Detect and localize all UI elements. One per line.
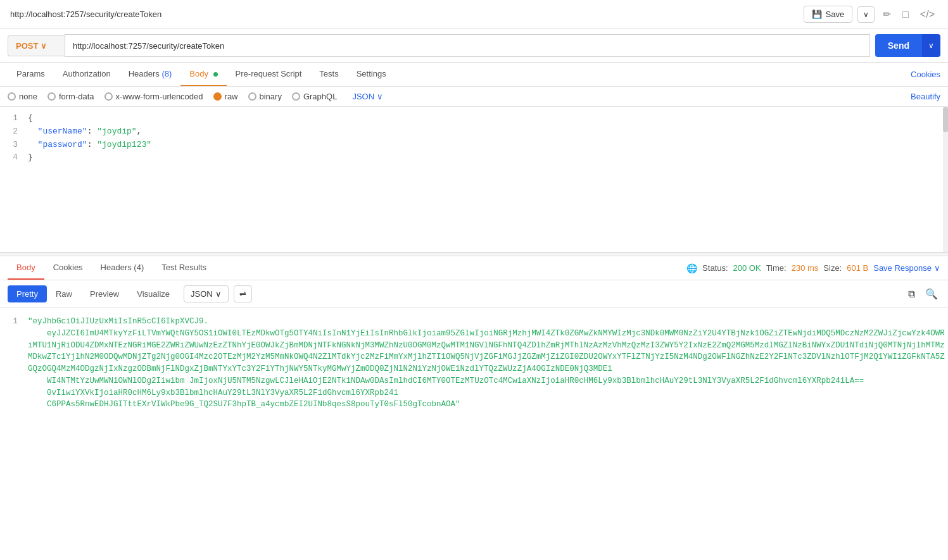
size-value: 601 B	[847, 263, 868, 273]
resp-tab-raw[interactable]: Raw	[47, 285, 81, 302]
response-body: 1 "eyJhbGciOiJIUzUxMiIsInR5cCI6IkpXVCJ9.…	[0, 308, 948, 418]
top-bar: http://localhost:7257/security/createTok…	[0, 0, 948, 29]
send-chevron-icon: ∨	[928, 41, 934, 50]
save-caret-button[interactable]: ∨	[857, 6, 875, 23]
resp-tab-visualize[interactable]: Visualize	[128, 285, 179, 302]
radio-urlencoded	[104, 92, 113, 101]
request-tabs-row: Params Authorization Headers (8) Body Pr…	[0, 63, 948, 87]
format-binary[interactable]: binary	[248, 92, 282, 101]
response-right-icons: ⧉ 🔍	[906, 285, 940, 302]
cookies-link: Cookies	[911, 70, 940, 79]
resp-json-caret: ∨	[215, 289, 222, 299]
code-line-1: 1 {	[0, 112, 948, 125]
response-line-1: 1 "eyJhbGciOiJIUzUxMiIsInR5cCI6IkpXVCJ9.…	[0, 316, 948, 411]
response-json-dropdown[interactable]: JSON ∨	[184, 285, 229, 302]
tab-headers[interactable]: Headers (8)	[120, 63, 181, 86]
code-icon: </>	[920, 9, 935, 20]
save-button[interactable]: 💾 Save	[804, 6, 853, 23]
format-form-data[interactable]: form-data	[47, 92, 94, 101]
send-button[interactable]: Send	[875, 34, 922, 57]
response-tab-cookies[interactable]: Cookies	[44, 256, 92, 280]
radio-graphql	[292, 92, 300, 101]
resp-tab-pretty[interactable]: Pretty	[8, 285, 47, 302]
tab-tests[interactable]: Tests	[310, 63, 347, 86]
copy-response-button[interactable]: ⧉	[906, 286, 918, 302]
radio-binary	[248, 92, 256, 101]
resp-tab-preview[interactable]: Preview	[81, 285, 128, 302]
response-format-row: Pretty Raw Preview Visualize JSON ∨ ⇌ ⧉ …	[0, 280, 948, 308]
body-format-row: none form-data x-www-form-urlencoded raw…	[0, 87, 948, 107]
url-value: http://localhost:7257/security/createTok…	[73, 41, 224, 51]
response-meta: 🌐 Status: 200 OK Time: 230 ms Size: 601 …	[686, 263, 940, 273]
response-wrap-button[interactable]: ⇌	[234, 285, 252, 302]
tab-prerequest[interactable]: Pre-request Script	[227, 63, 311, 86]
radio-none	[8, 92, 16, 101]
radio-raw	[213, 92, 222, 101]
response-tab-test-results[interactable]: Test Results	[153, 256, 215, 280]
window-icon: □	[902, 9, 909, 20]
time-label: Time:	[766, 263, 787, 273]
time-value: 230 ms	[792, 263, 819, 273]
chevron-down-icon: ∨	[863, 10, 869, 19]
save-label: Save	[826, 9, 845, 19]
code-editor[interactable]: 1 { 2 "userName": "joydip", 3 "password"…	[0, 107, 948, 252]
top-bar-actions: 💾 Save ∨ ✏ □ </>	[804, 5, 938, 23]
radio-form-data	[47, 92, 56, 101]
code-line-3: 3 "password": "joydip123"	[0, 139, 948, 152]
copy-icon: ⧉	[908, 289, 915, 299]
search-icon: 🔍	[925, 289, 938, 299]
save-icon: 💾	[812, 9, 822, 19]
format-graphql[interactable]: GraphQL	[292, 92, 337, 101]
method-label: POST	[16, 41, 38, 51]
wrap-icon: ⇌	[239, 289, 246, 299]
tab-authorization[interactable]: Authorization	[54, 63, 120, 86]
code-line-4: 4 }	[0, 151, 948, 165]
size-label: Size:	[823, 263, 842, 273]
tab-settings[interactable]: Settings	[348, 63, 395, 86]
response-tab-body[interactable]: Body	[8, 256, 44, 280]
code-line-2: 2 "userName": "joydip",	[0, 125, 948, 139]
editor-scrollbar[interactable]	[943, 107, 948, 252]
beautify-button[interactable]: Beautify	[911, 92, 940, 101]
save-response-button[interactable]: Save Response ∨	[873, 263, 940, 273]
status-value: 200 OK	[733, 263, 761, 273]
search-response-button[interactable]: 🔍	[923, 285, 940, 302]
method-caret: ∨	[41, 41, 47, 51]
url-input[interactable]: http://localhost:7257/security/createTok…	[65, 34, 870, 57]
tab-body[interactable]: Body	[180, 63, 226, 86]
format-none[interactable]: none	[8, 92, 37, 101]
json-caret-icon: ∨	[377, 92, 383, 101]
response-tab-headers[interactable]: Headers (4)	[92, 256, 153, 280]
globe-icon: 🌐	[686, 263, 697, 273]
request-line: POST ∨ http://localhost:7257/security/cr…	[0, 29, 948, 63]
top-bar-url: http://localhost:7257/security/createTok…	[10, 9, 161, 19]
pencil-icon: ✏	[883, 9, 891, 20]
tab-params[interactable]: Params	[8, 63, 54, 86]
edit-icon-button[interactable]: ✏	[880, 5, 894, 23]
save-response-caret: ∨	[934, 263, 940, 273]
json-type-dropdown[interactable]: JSON ∨	[352, 92, 383, 101]
send-button-group: Send ∨	[875, 34, 940, 57]
format-urlencoded[interactable]: x-www-form-urlencoded	[104, 92, 203, 101]
editor-scrollbar-thumb	[943, 107, 948, 132]
status-label: Status:	[702, 263, 728, 273]
send-caret-button[interactable]: ∨	[922, 34, 940, 57]
format-raw[interactable]: raw	[213, 92, 238, 101]
window-icon-button[interactable]: □	[899, 6, 912, 23]
code-icon-button[interactable]: </>	[917, 6, 938, 23]
method-select[interactable]: POST ∨	[8, 35, 65, 56]
response-tabs-row: Body Cookies Headers (4) Test Results 🌐 …	[0, 256, 948, 280]
